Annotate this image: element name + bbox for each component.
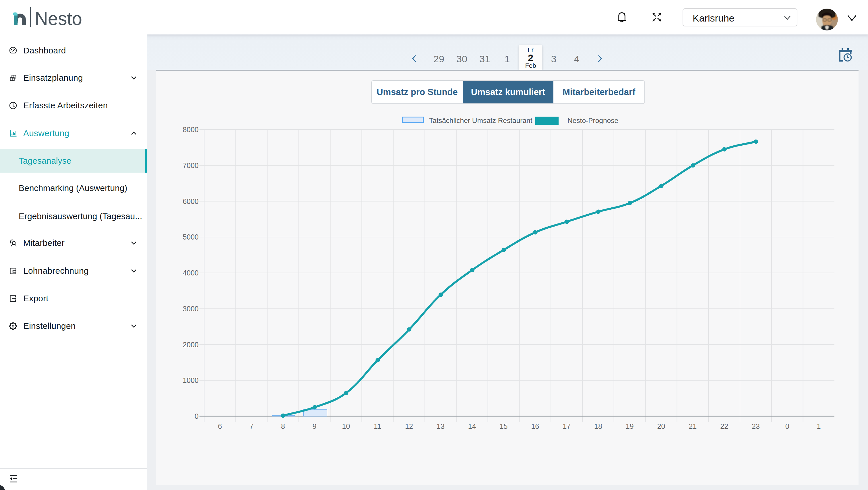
svg-text:7: 7: [249, 422, 253, 430]
svg-text:1000: 1000: [183, 376, 198, 384]
svg-text:14: 14: [468, 422, 476, 430]
svg-text:21: 21: [689, 422, 696, 430]
svg-text:0: 0: [785, 422, 789, 430]
svg-text:17: 17: [563, 422, 570, 430]
svg-text:20: 20: [657, 422, 665, 430]
svg-text:1: 1: [817, 422, 821, 430]
svg-text:15: 15: [500, 422, 508, 430]
svg-text:6: 6: [218, 422, 222, 430]
svg-text:19: 19: [626, 422, 634, 430]
svg-text:3000: 3000: [183, 305, 198, 313]
svg-text:Nesto: Nesto: [35, 8, 82, 29]
svg-text:22: 22: [720, 422, 728, 430]
svg-text:11: 11: [374, 422, 381, 430]
svg-text:13: 13: [437, 422, 445, 430]
svg-text:8: 8: [281, 422, 285, 430]
svg-text:18: 18: [594, 422, 602, 430]
svg-text:7000: 7000: [183, 162, 198, 170]
svg-text:16: 16: [531, 422, 539, 430]
svg-text:9: 9: [313, 422, 317, 430]
svg-text:2000: 2000: [183, 341, 198, 349]
svg-text:0: 0: [195, 412, 198, 420]
svg-text:5000: 5000: [183, 233, 198, 241]
svg-text:23: 23: [752, 422, 760, 430]
svg-text:6000: 6000: [183, 197, 198, 205]
svg-text:8000: 8000: [183, 125, 198, 134]
svg-text:4000: 4000: [183, 269, 198, 277]
svg-text:10: 10: [342, 422, 350, 430]
svg-text:12: 12: [405, 422, 413, 430]
